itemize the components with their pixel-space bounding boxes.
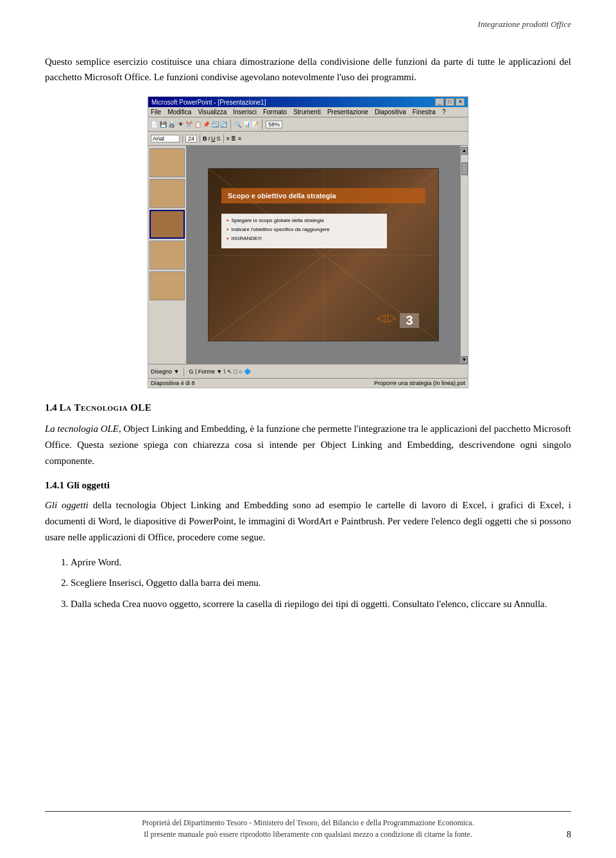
scroll-down-button[interactable]: ▼ [461,356,468,364]
slide-thumb-4[interactable] [150,241,185,270]
titlebar: Microsoft PowerPoint - [Presentazione1] … [148,97,468,107]
menu-finestra[interactable]: Finestra [413,108,436,116]
section-label-1-4-1: Gli oggetti [67,480,110,490]
ole-term: La tecnologia OLE, [45,424,121,434]
draw-tools: G | Forme ▼ \ ↖ □ ○ 🔷 [189,368,251,375]
slide-thumb-5[interactable] [150,271,185,300]
toolbar-sep-5 [223,134,224,143]
list-item-3: Dalla scheda Crea nuovo oggetto, scorrer… [71,596,571,612]
page-footer: Proprietà del Dipartimento Tesoro - Mini… [45,811,571,840]
bold-btn[interactable]: B [203,135,207,142]
screenshot-content: Scopo e obiettivo della strategia • Spie… [148,146,468,364]
zoom-indicator: 58% [266,121,282,128]
arrow-right-icon: ▷ [388,311,397,325]
menu-diapositiva[interactable]: Diapositiva [375,108,406,116]
page: Integrazione prodotti Office Questo semp… [0,0,616,858]
toolbar-1: 📄 💾 🖨️ 👁️ ✂️ 📋 📌 ↩️ ↪️ 🔍 📊 📝 58% [148,117,468,132]
scroll-up-button[interactable]: ▲ [461,147,468,155]
powerpoint-screenshot: Microsoft PowerPoint - [Presentazione1] … [148,96,468,388]
vertical-scrollbar[interactable]: ▲ ▼ [460,146,468,364]
slide-content: • Spiegare lo scopo globale della strate… [221,214,387,248]
titlebar-buttons: _ □ ✕ [435,98,465,106]
page-number: 8 [567,830,571,840]
minimize-button[interactable]: _ [435,98,444,106]
status-bar: Diapositiva 4 di 8 Proporre una strategi… [148,378,468,388]
slide-bullet-1: • Spiegare lo scopo globale della strate… [227,218,382,224]
arrow-left-icon: ◁ [377,311,386,325]
section-1-4-1-text: della tecnologia Object Linking and Embe… [45,500,571,542]
section-label-1-4: La Tecnologia OLE [60,402,152,413]
menu-modifica[interactable]: Modifica [167,108,191,116]
menu-bar: File Modifica Visualizza Inserisci Forma… [148,107,468,117]
slide-number: 3 [400,313,419,328]
list-item-1: Aprire Word. [71,554,571,571]
toolbar-icons: 📄 💾 🖨️ 👁️ ✂️ 📋 📌 ↩️ ↪️ [151,121,227,128]
section-1-4-1-paragraph: Gli oggetti della tecnologia Object Link… [45,497,571,545]
toolbar-2: Arial 24 B I U S ≡ ≣ ≡ [148,132,468,146]
align-btns: ≡ ≣ ≡ [227,135,242,142]
maximize-button[interactable]: □ [445,98,454,106]
titlebar-text: Microsoft PowerPoint - [Presentazione1] [151,99,266,106]
oggetti-term: Gli oggetti [45,500,89,510]
list-item-2: Scegliere Inserisci, Oggetto dalla barra… [71,575,571,591]
bullet-icon-3: • [227,235,229,242]
slide-arrows: ◁ ▷ [377,311,397,325]
slide-thumb-1[interactable] [150,148,185,177]
header-title: Integrazione prodotti Office [478,19,571,29]
menu-file[interactable]: File [151,108,161,116]
slide-thumb-3[interactable] [150,210,185,239]
slide-main: Scopo e obiettivo della strategia • Spie… [187,146,460,364]
underline-btn[interactable]: U [211,135,216,142]
intro-paragraph: Questo semplice esercizio costituisce un… [45,54,571,85]
shadow-btn[interactable]: S [217,135,221,142]
section-1-4-1-heading: 1.4.1 Gli oggetti [45,480,571,491]
menu-presentazione[interactable]: Presentazione [327,108,368,116]
slide-canvas: Scopo e obiettivo della strategia • Spie… [208,168,439,341]
toolbar-sep-3 [182,134,183,143]
menu-inserisci[interactable]: Inserisci [233,108,257,116]
italic-btn[interactable]: I [209,135,210,142]
toolbar-icons-2: 🔍 📊 📝 [234,121,259,128]
section-1-4-heading: 1.4 La Tecnologia OLE [45,402,571,413]
menu-formato[interactable]: Formato [263,108,287,116]
draw-sep [184,367,184,376]
menu-strumenti[interactable]: Strumenti [293,108,321,116]
status-file: Proporre una strategia (In linea).pot [374,380,465,386]
draw-label: Disegno ▼ [151,368,179,375]
section-num-1-4-1: 1.4.1 [45,480,64,490]
section-1-4-paragraph: La tecnologia OLE, Object Linking and Em… [45,421,571,468]
menu-visualizza[interactable]: Visualizza [198,108,227,116]
section-1-4-text: Object Linking and Embedding, è la funzi… [45,424,571,466]
bullet-icon-2: • [227,226,229,233]
toolbar-sep-1 [230,119,231,130]
toolbar-sep-4 [200,134,200,143]
slide-bullet-2: • Indicare l'obiettivo specifico da ragg… [227,227,382,233]
footer-line1: Proprietà del Dipartimento Tesoro - Mini… [45,817,571,828]
steps-list: Aprire Word. Scegliere Inserisci, Oggett… [71,554,571,612]
font-size[interactable]: 24 [185,135,197,142]
page-header: Integrazione prodotti Office [45,19,571,41]
close-button[interactable]: ✕ [456,98,465,106]
footer-line2: Il presente manuale può essere riprodott… [45,828,571,840]
slide-thumb-2[interactable] [150,179,185,208]
scroll-thumb[interactable] [461,162,468,175]
draw-toolbar: Disegno ▼ G | Forme ▼ \ ↖ □ ○ 🔷 [148,364,468,378]
menu-help[interactable]: ? [442,108,446,116]
toolbar-sep-2 [262,119,262,130]
slide-title: Scopo e obiettivo della strategia [221,188,425,203]
status-sep [201,380,368,386]
font-selector[interactable]: Arial [151,135,180,142]
slide-thumbnails [148,146,187,364]
slide-bullet-3: • IIIGRANDE!!! [227,236,382,242]
status-slide: Diapositiva 4 di 8 [151,380,195,386]
section-num-1-4: 1.4 [45,402,57,413]
bullet-icon-1: • [227,217,229,224]
